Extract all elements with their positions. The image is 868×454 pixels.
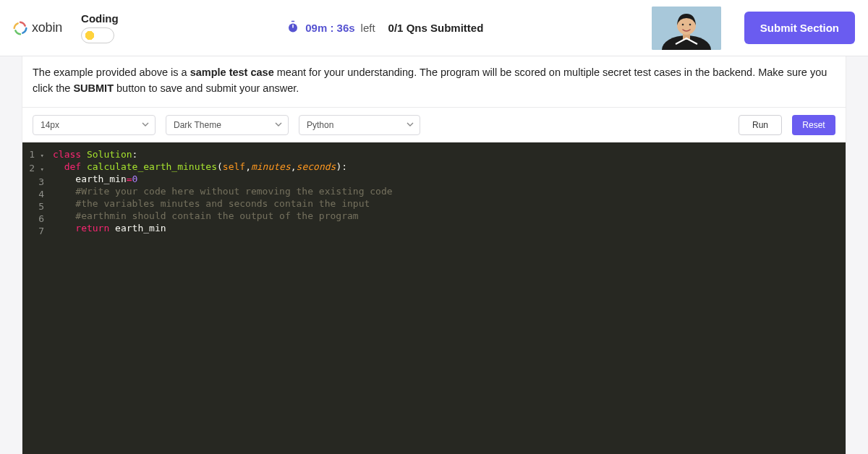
logo-text: xobin [32,20,62,35]
svg-rect-0 [292,21,295,22]
content: The example provided above is a sample t… [22,56,846,454]
questions-status: 0/1 Qns Submitted [388,22,484,34]
language-select[interactable]: Python [299,115,420,135]
run-button[interactable]: Run [739,115,782,135]
instructions: The example provided above is a sample t… [22,56,846,107]
editor-code[interactable]: class Solution: def calculate_earth_minu… [48,142,846,455]
font-size-value: 14px [41,120,59,130]
header: xobin Coding 09m : 36s left 0/1 Qns Subm… [0,0,868,56]
sun-icon [84,30,95,41]
logo: xobin [13,20,62,35]
chevron-down-icon [407,120,414,130]
language-value: Python [307,120,333,130]
svg-point-8 [689,23,692,25]
title-block: Coding [81,12,119,43]
instructions-text-pre: The example provided above is a [33,67,190,78]
editor-gutter: 1 ▾2 ▾34567 [22,142,48,455]
instructions-bold-2: SUBMIT [73,82,114,94]
timer-left-label: left [361,22,375,34]
instructions-bold-1: sample test case [190,67,274,78]
header-center: 09m : 36s left 0/1 Qns Submitted [127,20,643,35]
chevron-down-icon [142,120,149,130]
logo-icon [13,21,27,35]
font-size-select[interactable]: 14px [33,115,156,135]
code-editor[interactable]: 1 ▾2 ▾34567 class Solution: def calculat… [22,142,846,455]
svg-rect-2 [292,25,294,28]
submit-section-button[interactable]: Submit Section [744,12,855,44]
reset-button[interactable]: Reset [792,115,835,135]
theme-value: Dark Theme [174,120,221,130]
timer: 09m : 36s left [286,20,375,35]
chevron-down-icon [275,120,282,130]
instructions-text-post: button to save and submit your answer. [114,82,299,94]
timer-value: 09m : 36s [305,22,354,34]
stopwatch-icon [286,20,299,35]
theme-toggle[interactable] [81,27,114,43]
theme-select[interactable]: Dark Theme [166,115,289,135]
page-title: Coding [81,12,119,25]
avatar [652,7,721,50]
svg-point-7 [682,23,684,25]
editor-toolbar: 14px Dark Theme Python Run Reset [22,107,846,142]
